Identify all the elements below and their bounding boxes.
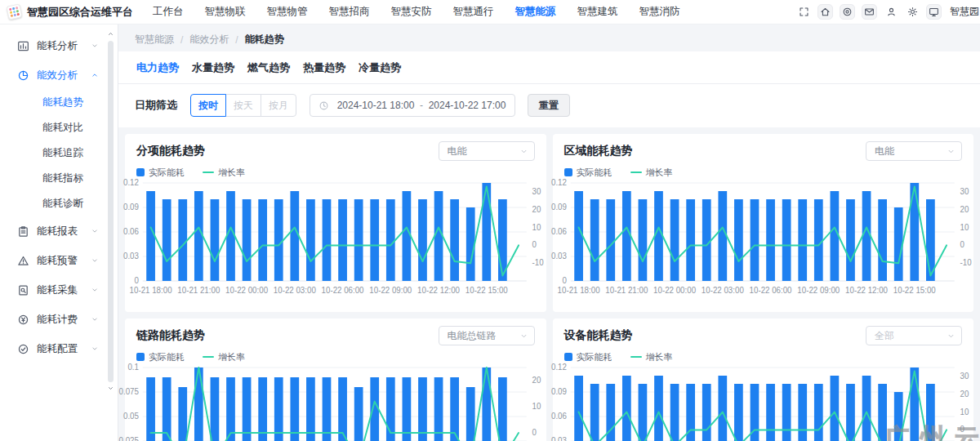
nav-item-1[interactable]: 智慧物联: [194, 0, 256, 24]
sidebar-item-1-0[interactable]: 能耗趋势: [0, 90, 118, 115]
date-mode-group: 按时按天按月: [190, 94, 296, 117]
user-menu[interactable]: 智慧园: [950, 5, 980, 19]
chart-panel-0: 分项能耗趋势电能实际能耗增长率00.030.060.090.12-1001020…: [125, 134, 546, 312]
billing-icon: [17, 314, 29, 326]
range-start[interactable]: 2024-10-21 18:00: [336, 100, 415, 111]
user-icon[interactable]: [884, 5, 898, 20]
chevron-down-icon: [947, 332, 956, 341]
legend-bar[interactable]: 实际能耗: [564, 351, 612, 363]
growth-line: [578, 186, 946, 275]
chevron-down-icon: [519, 147, 528, 156]
chart-select[interactable]: 电能: [866, 141, 962, 161]
legend-line[interactable]: 增长率: [630, 167, 673, 179]
nav-item-7[interactable]: 智慧建筑: [567, 0, 629, 24]
sidebar-group-4[interactable]: 能耗采集: [0, 275, 118, 305]
report-icon: [17, 225, 29, 238]
sidebar-group-label: 能耗配置: [37, 342, 78, 356]
legend-line[interactable]: 增长率: [630, 351, 673, 363]
breadcrumb-item-0[interactable]: 智慧能源: [135, 33, 174, 47]
nav-item-0[interactable]: 工作台: [142, 0, 194, 24]
nav-item-5[interactable]: 智慧通行: [443, 0, 505, 24]
mode-button-2[interactable]: 按月: [261, 94, 296, 117]
sidebar-group-label: 能耗预警: [37, 254, 78, 268]
scroll-down-icon[interactable]: [106, 385, 114, 393]
tab-3[interactable]: 热量趋势: [301, 60, 347, 75]
exit-icon[interactable]: [926, 4, 942, 20]
svg-text:30: 30: [532, 187, 541, 196]
fullscreen-icon[interactable]: [796, 5, 811, 20]
svg-text:10-21 18:00: 10-21 18:00: [557, 286, 599, 295]
chart-canvas[interactable]: 00.030.060.090.12-10010203010-21 18:0010…: [136, 181, 535, 302]
nav-item-6[interactable]: 智慧能源: [505, 0, 567, 24]
sidebar-scrollbar[interactable]: [106, 30, 114, 393]
date-filter-row: 日期筛选 按时按天按月 2024-10-21 18:00 - 2024-10-2…: [118, 84, 980, 127]
line-swatch: [203, 356, 214, 359]
svg-text:20: 20: [960, 390, 969, 399]
tab-2[interactable]: 燃气趋势: [246, 60, 292, 75]
sidebar-group-6[interactable]: 能耗配置: [0, 334, 118, 363]
svg-text:0.03: 0.03: [123, 252, 139, 261]
breadcrumb-item-2: 能耗趋势: [245, 33, 284, 47]
sidebar-item-1-3[interactable]: 能耗指标: [0, 166, 118, 191]
breadcrumb-item-1[interactable]: 能效分析: [189, 33, 229, 47]
chart-select[interactable]: 电能: [439, 141, 535, 161]
legend-bar[interactable]: 实际能耗: [136, 351, 185, 363]
bar-swatch: [564, 168, 572, 176]
sidebar-item-1-4[interactable]: 能耗诊断: [0, 191, 118, 216]
mail-icon[interactable]: [862, 4, 877, 20]
scrollbar-thumb[interactable]: [108, 41, 114, 382]
badge-icon[interactable]: [840, 4, 855, 20]
sidebar-group-2[interactable]: 能耗报表: [0, 216, 118, 246]
chart-canvas[interactable]: 00.0250.050.0750.1-100102010-21 18:0010-…: [136, 366, 535, 441]
chart-select[interactable]: 电能总链路: [439, 326, 535, 345]
legend-line[interactable]: 增长率: [203, 167, 245, 179]
x-axis: 10-21 18:0010-21 21:0010-22 00:0010-22 0…: [130, 286, 509, 295]
mode-button-1[interactable]: 按天: [225, 94, 261, 117]
sidebar-item-1-2[interactable]: 能耗追踪: [0, 140, 118, 166]
nav-item-3[interactable]: 智慧招商: [318, 0, 381, 24]
chevron-up-icon: [91, 71, 99, 79]
chart-select[interactable]: 全部: [866, 326, 962, 345]
legend-bar[interactable]: 实际能耗: [564, 167, 612, 179]
growth-line: [578, 371, 946, 441]
primary-nav: 工作台智慧物联智慧物管智慧招商智慧安防智慧通行智慧能源智慧建筑智慧消防: [142, 0, 691, 24]
tab-1[interactable]: 水量趋势: [190, 60, 236, 75]
range-end[interactable]: 2024-10-22 17:00: [428, 100, 506, 111]
scroll-up-icon[interactable]: [106, 30, 114, 38]
sidebar-group-5[interactable]: 能耗计费: [0, 305, 118, 334]
chart-canvas[interactable]: 00.030.060.090.12-10010203010-21 18:0010…: [564, 181, 963, 302]
legend-line[interactable]: 增长率: [203, 351, 245, 363]
tab-0[interactable]: 电力趋势: [135, 60, 180, 75]
svg-text:20: 20: [532, 205, 541, 214]
legend-bar[interactable]: 实际能耗: [136, 167, 185, 179]
svg-text:0.025: 0.025: [119, 436, 140, 441]
mode-button-0[interactable]: 按时: [190, 94, 226, 117]
chart-icon: [17, 40, 29, 52]
brightness-icon[interactable]: [905, 5, 920, 20]
trend-tabs: 电力趋势水量趋势燃气趋势热量趋势冷量趋势: [118, 51, 980, 84]
chart-panel-2: 链路能耗趋势电能总链路实际能耗增长率00.0250.050.0750.1-100…: [125, 318, 546, 441]
right-axis: -100102030: [532, 187, 545, 267]
range-separator: -: [415, 100, 428, 111]
sidebar-group-1[interactable]: 能效分析: [0, 60, 118, 90]
nav-item-4[interactable]: 智慧安防: [381, 0, 443, 24]
reset-button[interactable]: 重置: [528, 94, 570, 117]
bar-swatch: [564, 353, 572, 361]
sidebar-group-label: 能耗分析: [37, 39, 78, 53]
home-icon[interactable]: [817, 4, 833, 20]
nav-item-8[interactable]: 智慧消防: [629, 0, 691, 24]
sidebar-item-1-1[interactable]: 能耗对比: [0, 115, 118, 140]
svg-text:0.03: 0.03: [550, 436, 566, 441]
svg-text:10-22 09:00: 10-22 09:00: [797, 286, 840, 295]
nav-item-2[interactable]: 智慧物管: [256, 0, 318, 24]
svg-text:0.09: 0.09: [550, 387, 566, 396]
sidebar-group-3[interactable]: 能耗预警: [0, 246, 118, 275]
sidebar-group-0[interactable]: 能耗分析: [0, 31, 118, 60]
date-range-picker[interactable]: 2024-10-21 18:00 - 2024-10-22 17:00: [310, 94, 515, 117]
breadcrumb-separator: /: [235, 34, 238, 46]
svg-text:0: 0: [960, 425, 964, 434]
svg-text:10: 10: [960, 222, 969, 231]
chart-canvas[interactable]: 00.030.060.090.12-10010203010-21 18:0010…: [564, 366, 963, 441]
tab-4[interactable]: 冷量趋势: [357, 60, 403, 75]
svg-text:0.06: 0.06: [550, 412, 566, 421]
